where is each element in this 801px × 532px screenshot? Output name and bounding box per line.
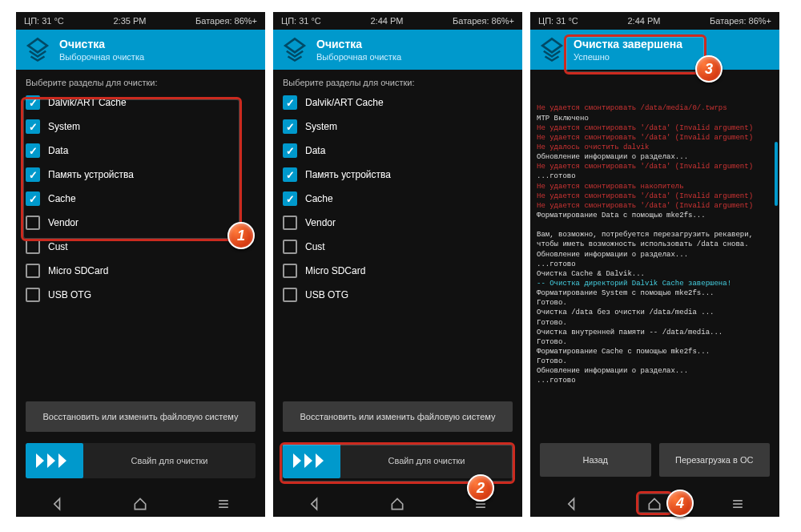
nav-bar [273,488,522,517]
cpu-temp: ЦП: 31 °C [538,16,578,26]
log-line: Форматирование System с помощью mke2fs..… [537,288,773,298]
checkbox[interactable] [283,216,297,230]
partition-row[interactable]: Data [283,139,513,163]
checkbox[interactable] [283,191,297,206]
partition-row[interactable]: Data [26,139,256,163]
partition-row[interactable]: System [26,115,256,139]
header: Очистка завершена Успешно [530,30,779,70]
nav-menu-icon[interactable] [215,496,231,512]
page-subtitle: Успешно [574,52,771,62]
partition-row[interactable]: Память устройства [283,163,513,187]
nav-back-icon[interactable] [307,496,323,512]
log-line: Форматирование Data с помощью mke2fs... [537,211,773,220]
twrp-logo-icon [24,36,51,63]
log-line: Не удается смонтировать '/data' (Invalid… [537,123,773,133]
partition-row[interactable]: Micro SDCard [283,259,513,283]
checkbox[interactable] [283,95,297,110]
log-line: ...готово [537,376,773,385]
log-line: Готово. [537,337,773,347]
swipe-label: Свайп для очистки [340,456,513,466]
swipe-to-wipe[interactable]: Свайп для очистки [283,443,513,478]
back-button[interactable]: Назад [540,443,651,477]
partition-row[interactable]: Dalvik/ART Cache [26,91,256,115]
status-bar: ЦП: 31 °C 2:44 PM Батарея: 86%+ [273,12,522,30]
checkbox[interactable] [26,264,40,278]
log-line: Готово. [537,298,773,308]
partition-row[interactable]: System [283,115,513,139]
checkbox[interactable] [26,191,40,206]
partition-row[interactable]: USB OTG [26,283,256,307]
log-line: Очистка внутренней памяти -- /data/media… [537,328,773,337]
checkbox[interactable] [283,264,297,278]
checkbox[interactable] [283,240,297,254]
instruction-label: Выберите разделы для очистки: [273,70,522,91]
page-subtitle: Выборочная очистка [316,52,514,62]
partition-label: Cache [48,193,76,204]
nav-back-icon[interactable] [50,496,66,512]
swipe-to-wipe[interactable]: Свайп для очистки [26,443,256,478]
screen-3: ЦП: 31 °C 2:44 PM Батарея: 86%+ Очистка … [530,12,779,517]
checkbox[interactable] [283,167,297,182]
log-line: Не удается смонтировать '/data' (Invalid… [537,162,773,171]
nav-home-icon[interactable] [646,496,662,512]
log-line: Вам, возможно, потребуется перезагрузить… [537,230,773,249]
partition-label: Vendor [305,217,336,228]
nav-menu-icon[interactable] [730,496,746,512]
partition-row[interactable]: Память устройства [26,163,256,187]
log-output[interactable]: Не удается смонтировать /data/media/0/.t… [530,70,779,443]
nav-back-icon[interactable] [564,496,580,512]
log-line: Обновление информации о разделах... [537,366,773,376]
page-title: Очистка [59,38,257,50]
twrp-logo-icon [281,36,308,63]
log-line: Готово. [537,318,773,328]
partition-row[interactable]: Cust [26,235,256,259]
partition-row[interactable]: Micro SDCard [26,259,256,283]
log-line: Обновление информации о разделах... [537,250,773,260]
partition-list: Dalvik/ART CacheSystemDataПамять устройс… [16,91,265,307]
partition-label: Cust [305,241,325,252]
partition-row[interactable]: USB OTG [283,283,513,307]
partition-row[interactable]: Vendor [283,211,513,235]
log-line: Обновление информации о разделах... [537,152,773,162]
scrollbar-thumb[interactable] [775,142,778,206]
repair-fs-button[interactable]: Восстановить или изменить файловую систе… [283,401,513,432]
partition-row[interactable]: Cache [283,187,513,211]
checkbox[interactable] [283,288,297,302]
checkbox[interactable] [283,143,297,158]
page-title: Очистка завершена [574,38,771,50]
swipe-thumb[interactable] [26,443,83,478]
checkbox[interactable] [26,216,40,230]
checkbox[interactable] [26,143,40,158]
swipe-thumb[interactable] [283,443,340,478]
nav-bar [16,488,265,517]
clock: 2:44 PM [370,16,403,26]
checkbox[interactable] [26,95,40,110]
partition-label: USB OTG [305,289,348,300]
nav-menu-icon[interactable] [473,496,489,512]
nav-home-icon[interactable] [389,496,405,512]
page-title: Очистка [316,38,514,50]
log-line: Не удалось очистить dalvik [537,143,773,152]
partition-list: Dalvik/ART CacheSystemDataПамять устройс… [273,91,522,307]
partition-row[interactable]: Cache [26,187,256,211]
page-subtitle: Выборочная очистка [59,52,257,62]
clock: 2:44 PM [627,16,660,26]
partition-label: Cust [48,241,68,252]
partition-row[interactable]: Cust [283,235,513,259]
checkbox[interactable] [26,240,40,254]
screen-1: ЦП: 31 °C 2:35 PM Батарея: 86%+ Очистка … [16,12,265,517]
partition-row[interactable]: Vendor [26,211,256,235]
checkbox[interactable] [283,119,297,134]
partition-label: Data [305,145,325,156]
repair-fs-button[interactable]: Восстановить или изменить файловую систе… [26,401,256,432]
log-line: Не удается смонтировать '/data' (Invalid… [537,191,773,201]
checkbox[interactable] [26,119,40,134]
status-bar: ЦП: 31 °C 2:35 PM Батарея: 86%+ [16,12,265,30]
nav-home-icon[interactable] [132,496,148,512]
checkbox[interactable] [26,288,40,302]
header: Очистка Выборочная очистка [273,30,522,70]
checkbox[interactable] [26,167,40,182]
partition-row[interactable]: Dalvik/ART Cache [283,91,513,115]
log-line: -- Очистка директорий Dalvik Cache завер… [537,279,773,288]
reboot-os-button[interactable]: Перезагрузка в ОС [659,443,771,477]
